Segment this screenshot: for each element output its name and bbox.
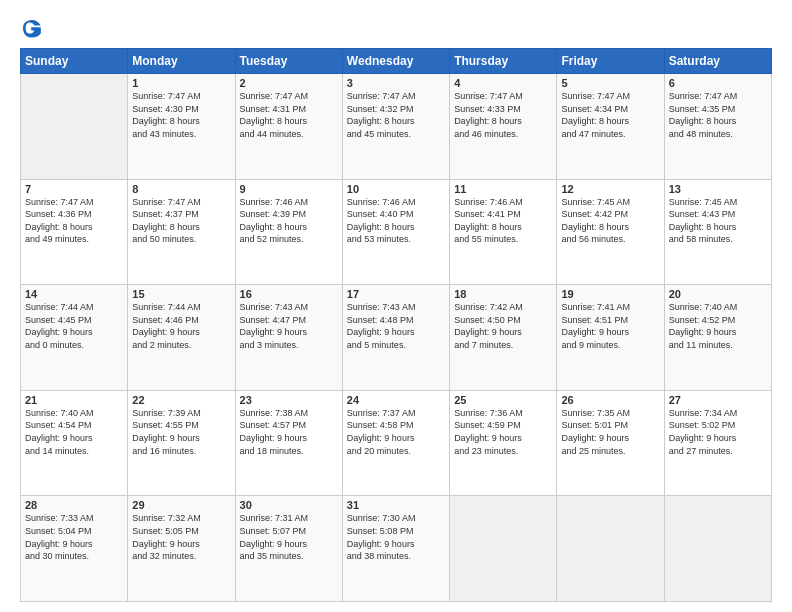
calendar-header-sunday: Sunday [21,49,128,74]
page: SundayMondayTuesdayWednesdayThursdayFrid… [0,0,792,612]
calendar-week-3: 14Sunrise: 7:44 AM Sunset: 4:45 PM Dayli… [21,285,772,391]
day-info: Sunrise: 7:42 AM Sunset: 4:50 PM Dayligh… [454,301,552,351]
day-info: Sunrise: 7:45 AM Sunset: 4:42 PM Dayligh… [561,196,659,246]
day-number: 31 [347,499,445,511]
day-info: Sunrise: 7:44 AM Sunset: 4:45 PM Dayligh… [25,301,123,351]
day-info: Sunrise: 7:46 AM Sunset: 4:40 PM Dayligh… [347,196,445,246]
day-number: 30 [240,499,338,511]
day-number: 21 [25,394,123,406]
day-info: Sunrise: 7:34 AM Sunset: 5:02 PM Dayligh… [669,407,767,457]
calendar-cell [557,496,664,602]
day-info: Sunrise: 7:46 AM Sunset: 4:39 PM Dayligh… [240,196,338,246]
day-number: 25 [454,394,552,406]
calendar-cell: 24Sunrise: 7:37 AM Sunset: 4:58 PM Dayli… [342,390,449,496]
calendar-cell: 13Sunrise: 7:45 AM Sunset: 4:43 PM Dayli… [664,179,771,285]
day-number: 24 [347,394,445,406]
calendar-cell: 17Sunrise: 7:43 AM Sunset: 4:48 PM Dayli… [342,285,449,391]
day-number: 18 [454,288,552,300]
day-number: 17 [347,288,445,300]
day-number: 10 [347,183,445,195]
calendar-header-tuesday: Tuesday [235,49,342,74]
day-info: Sunrise: 7:47 AM Sunset: 4:30 PM Dayligh… [132,90,230,140]
day-number: 13 [669,183,767,195]
day-number: 4 [454,77,552,89]
day-info: Sunrise: 7:47 AM Sunset: 4:37 PM Dayligh… [132,196,230,246]
calendar-cell: 12Sunrise: 7:45 AM Sunset: 4:42 PM Dayli… [557,179,664,285]
calendar-cell: 30Sunrise: 7:31 AM Sunset: 5:07 PM Dayli… [235,496,342,602]
day-number: 3 [347,77,445,89]
calendar-cell: 20Sunrise: 7:40 AM Sunset: 4:52 PM Dayli… [664,285,771,391]
calendar-header-wednesday: Wednesday [342,49,449,74]
day-number: 11 [454,183,552,195]
calendar-table: SundayMondayTuesdayWednesdayThursdayFrid… [20,48,772,602]
day-info: Sunrise: 7:43 AM Sunset: 4:47 PM Dayligh… [240,301,338,351]
day-number: 7 [25,183,123,195]
calendar-cell: 14Sunrise: 7:44 AM Sunset: 4:45 PM Dayli… [21,285,128,391]
day-info: Sunrise: 7:47 AM Sunset: 4:35 PM Dayligh… [669,90,767,140]
calendar-week-5: 28Sunrise: 7:33 AM Sunset: 5:04 PM Dayli… [21,496,772,602]
day-info: Sunrise: 7:40 AM Sunset: 4:52 PM Dayligh… [669,301,767,351]
day-number: 6 [669,77,767,89]
calendar-header-row: SundayMondayTuesdayWednesdayThursdayFrid… [21,49,772,74]
calendar-cell: 8Sunrise: 7:47 AM Sunset: 4:37 PM Daylig… [128,179,235,285]
calendar-header-friday: Friday [557,49,664,74]
day-info: Sunrise: 7:33 AM Sunset: 5:04 PM Dayligh… [25,512,123,562]
day-info: Sunrise: 7:47 AM Sunset: 4:33 PM Dayligh… [454,90,552,140]
day-number: 23 [240,394,338,406]
day-info: Sunrise: 7:39 AM Sunset: 4:55 PM Dayligh… [132,407,230,457]
day-number: 14 [25,288,123,300]
calendar-cell: 5Sunrise: 7:47 AM Sunset: 4:34 PM Daylig… [557,74,664,180]
day-number: 15 [132,288,230,300]
day-number: 19 [561,288,659,300]
calendar-week-4: 21Sunrise: 7:40 AM Sunset: 4:54 PM Dayli… [21,390,772,496]
day-info: Sunrise: 7:37 AM Sunset: 4:58 PM Dayligh… [347,407,445,457]
day-info: Sunrise: 7:47 AM Sunset: 4:36 PM Dayligh… [25,196,123,246]
calendar-cell: 15Sunrise: 7:44 AM Sunset: 4:46 PM Dayli… [128,285,235,391]
calendar-cell: 16Sunrise: 7:43 AM Sunset: 4:47 PM Dayli… [235,285,342,391]
calendar-cell: 18Sunrise: 7:42 AM Sunset: 4:50 PM Dayli… [450,285,557,391]
calendar-cell: 1Sunrise: 7:47 AM Sunset: 4:30 PM Daylig… [128,74,235,180]
calendar-cell: 10Sunrise: 7:46 AM Sunset: 4:40 PM Dayli… [342,179,449,285]
logo [20,16,48,40]
day-info: Sunrise: 7:45 AM Sunset: 4:43 PM Dayligh… [669,196,767,246]
day-info: Sunrise: 7:36 AM Sunset: 4:59 PM Dayligh… [454,407,552,457]
day-number: 9 [240,183,338,195]
calendar-cell: 11Sunrise: 7:46 AM Sunset: 4:41 PM Dayli… [450,179,557,285]
calendar-cell: 4Sunrise: 7:47 AM Sunset: 4:33 PM Daylig… [450,74,557,180]
day-number: 2 [240,77,338,89]
calendar-cell: 9Sunrise: 7:46 AM Sunset: 4:39 PM Daylig… [235,179,342,285]
day-number: 28 [25,499,123,511]
calendar-cell: 28Sunrise: 7:33 AM Sunset: 5:04 PM Dayli… [21,496,128,602]
day-info: Sunrise: 7:47 AM Sunset: 4:31 PM Dayligh… [240,90,338,140]
calendar-cell: 26Sunrise: 7:35 AM Sunset: 5:01 PM Dayli… [557,390,664,496]
calendar-cell: 27Sunrise: 7:34 AM Sunset: 5:02 PM Dayli… [664,390,771,496]
logo-icon [20,16,44,40]
day-number: 8 [132,183,230,195]
day-info: Sunrise: 7:30 AM Sunset: 5:08 PM Dayligh… [347,512,445,562]
day-info: Sunrise: 7:38 AM Sunset: 4:57 PM Dayligh… [240,407,338,457]
day-number: 5 [561,77,659,89]
calendar-header-thursday: Thursday [450,49,557,74]
day-number: 29 [132,499,230,511]
day-info: Sunrise: 7:43 AM Sunset: 4:48 PM Dayligh… [347,301,445,351]
day-info: Sunrise: 7:31 AM Sunset: 5:07 PM Dayligh… [240,512,338,562]
calendar-cell: 25Sunrise: 7:36 AM Sunset: 4:59 PM Dayli… [450,390,557,496]
calendar-cell [664,496,771,602]
calendar-cell: 23Sunrise: 7:38 AM Sunset: 4:57 PM Dayli… [235,390,342,496]
day-info: Sunrise: 7:46 AM Sunset: 4:41 PM Dayligh… [454,196,552,246]
header [20,16,772,40]
calendar-cell: 31Sunrise: 7:30 AM Sunset: 5:08 PM Dayli… [342,496,449,602]
day-info: Sunrise: 7:40 AM Sunset: 4:54 PM Dayligh… [25,407,123,457]
day-number: 26 [561,394,659,406]
day-number: 1 [132,77,230,89]
calendar-cell: 6Sunrise: 7:47 AM Sunset: 4:35 PM Daylig… [664,74,771,180]
day-number: 20 [669,288,767,300]
calendar-cell: 22Sunrise: 7:39 AM Sunset: 4:55 PM Dayli… [128,390,235,496]
calendar-cell: 2Sunrise: 7:47 AM Sunset: 4:31 PM Daylig… [235,74,342,180]
day-number: 27 [669,394,767,406]
day-number: 16 [240,288,338,300]
day-info: Sunrise: 7:32 AM Sunset: 5:05 PM Dayligh… [132,512,230,562]
day-info: Sunrise: 7:47 AM Sunset: 4:34 PM Dayligh… [561,90,659,140]
calendar-cell: 3Sunrise: 7:47 AM Sunset: 4:32 PM Daylig… [342,74,449,180]
day-info: Sunrise: 7:35 AM Sunset: 5:01 PM Dayligh… [561,407,659,457]
